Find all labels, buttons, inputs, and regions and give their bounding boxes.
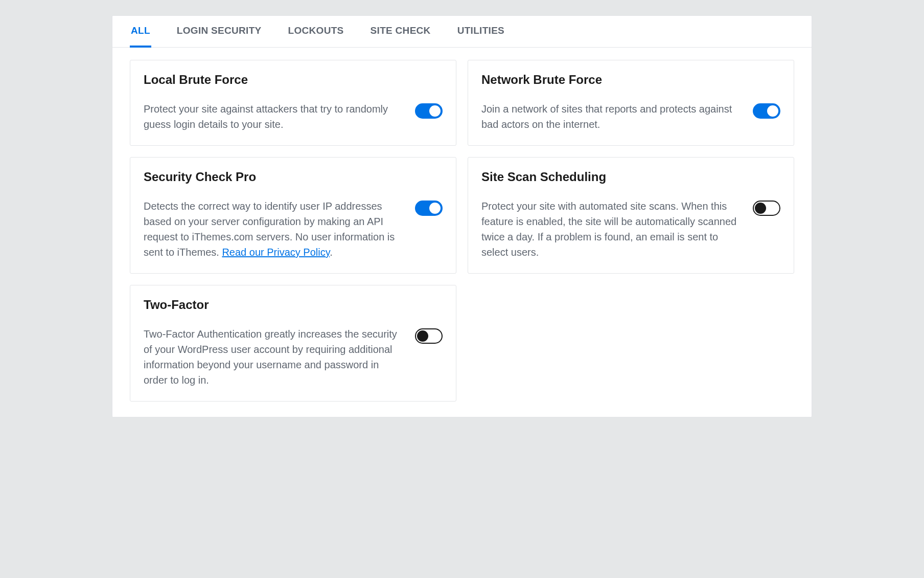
card-title: Two-Factor (144, 298, 403, 312)
card-title: Local Brute Force (144, 73, 403, 87)
card-security-check-pro: Security Check Pro Detects the correct w… (130, 157, 456, 274)
card-description: Protect your site with automated site sc… (481, 198, 741, 260)
tabs-bar: ALL LOGIN SECURITY LOCKOUTS SITE CHECK U… (112, 16, 812, 48)
cards-grid: Local Brute Force Protect your site agai… (112, 48, 812, 417)
card-two-factor: Two-Factor Two-Factor Authentication gre… (130, 285, 456, 402)
toggle-local-brute-force[interactable] (415, 103, 443, 119)
card-network-brute-force: Network Brute Force Join a network of si… (468, 60, 794, 146)
privacy-policy-link[interactable]: Read our Privacy Policy (222, 247, 330, 258)
card-local-brute-force: Local Brute Force Protect your site agai… (130, 60, 456, 146)
card-description: Detects the correct way to identify user… (144, 198, 403, 260)
card-title: Network Brute Force (481, 73, 741, 87)
toggle-two-factor[interactable] (415, 328, 443, 344)
card-title: Security Check Pro (144, 170, 403, 184)
card-site-scan-scheduling: Site Scan Scheduling Protect your site w… (468, 157, 794, 274)
tab-lockouts[interactable]: LOCKOUTS (287, 25, 345, 48)
tab-site-check[interactable]: SITE CHECK (369, 25, 432, 48)
card-description-text: . (330, 247, 333, 258)
card-description: Protect your site against attackers that… (144, 101, 403, 132)
tab-all[interactable]: ALL (130, 25, 151, 48)
toggle-security-check-pro[interactable] (415, 201, 443, 216)
settings-panel: ALL LOGIN SECURITY LOCKOUTS SITE CHECK U… (112, 15, 812, 417)
toggle-site-scan-scheduling[interactable] (753, 201, 780, 216)
tab-login-security[interactable]: LOGIN SECURITY (176, 25, 263, 48)
card-description: Join a network of sites that reports and… (481, 101, 741, 132)
card-title: Site Scan Scheduling (481, 170, 741, 184)
tab-utilities[interactable]: UTILITIES (456, 25, 505, 48)
card-description: Two-Factor Authentication greatly increa… (144, 326, 403, 388)
toggle-network-brute-force[interactable] (753, 103, 780, 119)
